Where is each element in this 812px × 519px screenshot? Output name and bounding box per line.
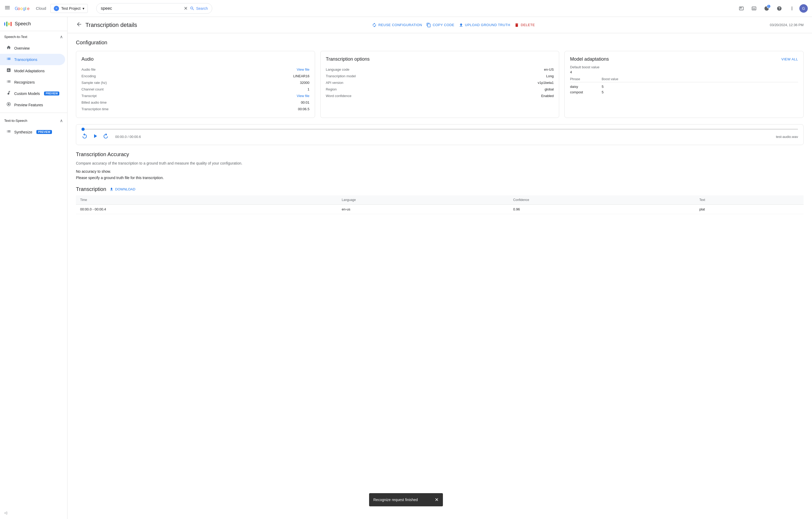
boost-phrase-0: daisy (570, 85, 591, 89)
boost-header-value: Boost value (602, 77, 618, 81)
sidebar-item-label: Model Adaptations (14, 69, 45, 73)
config-cards: Audio Audio file View file Encoding LINE… (76, 51, 804, 118)
svg-text:l: l (25, 6, 26, 11)
help-icon[interactable] (774, 3, 785, 14)
model-adaptations-title: Model adaptations (570, 56, 609, 62)
forward-button[interactable] (103, 133, 109, 141)
upload-ground-truth-button[interactable]: UPLOAD GROUND TRUTH (459, 23, 511, 27)
project-dropdown-icon: ▾ (83, 6, 84, 10)
user-avatar[interactable]: G (799, 4, 808, 13)
cloud-text: Cloud (36, 6, 46, 10)
trans-row-3: Region global (326, 86, 554, 92)
project-icon: ≡ (54, 6, 59, 11)
collapse-tts-icon[interactable]: ∧ (60, 118, 63, 123)
view-all-button[interactable]: VIEW ALL (781, 57, 798, 61)
sidebar-item-custom-models[interactable]: Custom Models PREVIEW (0, 88, 65, 99)
collapse-sidebar-icon: ◁ (4, 511, 7, 515)
transcription-options-card: Transcription options Language code en-U… (320, 51, 559, 118)
trans-label-1: Transcription model (326, 74, 356, 78)
app-name: Speech (15, 21, 31, 27)
transcription-title: Transcription (76, 186, 106, 192)
transcription-table: Time Language Confidence Text 00:00.0 - … (76, 195, 804, 214)
copy-code-button[interactable]: COPY CODE (426, 23, 454, 27)
delete-button[interactable]: DELETE (514, 23, 535, 27)
audio-label-4: Transcript (82, 94, 96, 98)
play-button[interactable] (92, 133, 98, 141)
notification-badge: 1 (767, 4, 771, 8)
reuse-configuration-button[interactable]: REUSE CONFIGURATION (372, 23, 422, 27)
search-clear-icon[interactable]: ✕ (184, 5, 188, 11)
trans-label-4: Word confidence (326, 94, 351, 98)
hamburger-icon[interactable] (4, 4, 10, 12)
audio-value-6: 00:06.5 (298, 107, 309, 111)
trans-value-1: Long (546, 74, 554, 78)
download-button[interactable]: DOWNLOAD (109, 187, 136, 192)
audio-label-0: Audio file (82, 67, 95, 71)
snackbar-message: Recognize request finished (373, 498, 418, 502)
filename-display: test-audio.wav (776, 135, 798, 139)
audio-progress[interactable] (82, 129, 798, 130)
trans-row-1: Transcription model Long (326, 73, 554, 79)
search-input[interactable] (101, 6, 182, 11)
snackbar-close-button[interactable]: ✕ (435, 497, 439, 503)
sidebar-item-model-adaptations[interactable]: Model Adaptations (0, 65, 65, 77)
audio-value-3: 1 (308, 87, 309, 91)
svg-point-8 (8, 104, 9, 105)
synthesize-icon (6, 129, 11, 135)
upload-ground-truth-label: UPLOAD GROUND TRUTH (465, 23, 511, 27)
col-language: Language (338, 195, 509, 205)
col-text: Text (695, 195, 804, 205)
text-to-speech-section[interactable]: Text-to-Speech ∧ (0, 115, 67, 126)
speech-to-text-section[interactable]: Speech-to-Text ∧ (0, 31, 67, 42)
table-header: Time Language Confidence Text (76, 195, 804, 205)
notification-icon[interactable]: 1 (761, 3, 772, 14)
col-time: Time (76, 195, 338, 205)
synthesize-preview-badge: PREVIEW (36, 130, 52, 134)
audio-label-1: Encoding (82, 74, 96, 78)
trans-value-0: en-US (544, 67, 554, 71)
home-icon (6, 45, 11, 51)
boost-table: Phrase Boost value daisy 5 compost 5 (570, 77, 798, 95)
sidebar-divider (0, 113, 67, 113)
progress-bar[interactable] (82, 129, 798, 130)
sidebar-item-transcriptions[interactable]: Transcriptions (0, 54, 65, 65)
svg-text:e: e (27, 6, 30, 11)
text-to-speech-label: Text-to-Speech (4, 119, 27, 123)
sidebar-item-recognizers[interactable]: Recognizers (0, 77, 65, 88)
trans-label-0: Language code (326, 67, 350, 71)
configuration-title: Configuration (76, 39, 804, 46)
collapse-sidebar-btn[interactable]: ◁ (4, 511, 7, 515)
audio-value-2: 32000 (300, 81, 310, 85)
audio-file-link[interactable]: View file (297, 67, 309, 71)
terminal-icon[interactable] (736, 3, 747, 14)
accuracy-section: Transcription Accuracy Compare accuracy … (76, 151, 804, 180)
sidebar-item-overview[interactable]: Overview (0, 42, 65, 54)
back-button[interactable] (76, 21, 82, 29)
page-title: Transcription details (85, 22, 137, 28)
search-button[interactable]: Search (190, 6, 208, 11)
model-adaptations-header: Model adaptations VIEW ALL (570, 56, 798, 62)
audio-row-1: Encoding LINEAR16 (82, 73, 310, 79)
collapse-speech-icon[interactable]: ∧ (60, 34, 63, 39)
accuracy-title: Transcription Accuracy (76, 151, 804, 157)
transcript-link[interactable]: View file (297, 94, 309, 98)
sidebar-item-label: Custom Models (14, 91, 40, 96)
project-selector[interactable]: ≡ Test Project ▾ (50, 4, 88, 13)
cloud-shell-icon[interactable] (749, 3, 759, 14)
sidebar-bottom: ◁ (0, 506, 11, 519)
navbar-right: 1 G (736, 3, 808, 14)
sidebar-item-synthesize[interactable]: Synthesize PREVIEW (0, 126, 65, 138)
more-options-icon[interactable] (787, 3, 797, 14)
trans-row-0: Language code en-US (326, 66, 554, 73)
audio-label-2: Sample rate (hz) (82, 81, 107, 85)
progress-thumb[interactable] (82, 127, 85, 131)
trans-label-3: Region (326, 87, 337, 91)
search-bar: ✕ Search (96, 3, 212, 14)
default-boost-value: 4 (570, 70, 798, 74)
transcriptions-icon (6, 56, 11, 62)
col-confidence: Confidence (509, 195, 695, 205)
trans-value-2: v1p1beta1 (538, 81, 554, 85)
sidebar-item-preview-features[interactable]: Preview Features (0, 99, 65, 111)
boost-phrase-1: compost (570, 90, 591, 94)
rewind-button[interactable] (82, 133, 88, 141)
